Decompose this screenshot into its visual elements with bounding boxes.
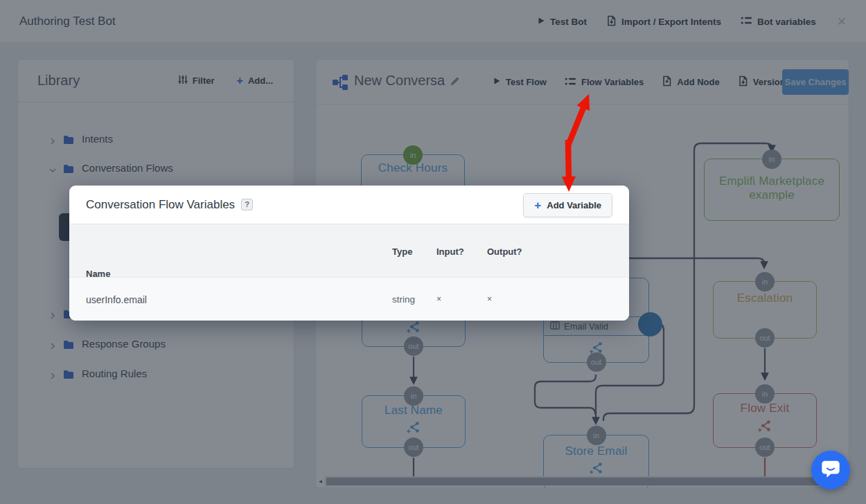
column-header-input: Input?	[436, 246, 464, 257]
variable-output-cell: ×	[487, 294, 492, 304]
modal-title: Conversation Flow Variables	[86, 198, 235, 212]
table-row[interactable]: userInfo.email string × ×	[69, 277, 629, 321]
plus-icon: +	[534, 199, 541, 211]
variable-type-cell: string	[392, 294, 415, 305]
variables-table-header: Name↑ Type Input? Output?	[69, 224, 629, 277]
help-icon[interactable]: ?	[241, 199, 253, 210]
chat-bubble-icon	[820, 458, 841, 482]
app-window: Authoring Test Bot Test Bot Import / Exp…	[0, 0, 866, 504]
flow-variables-modal: Conversation Flow Variables ? + Add Vari…	[69, 186, 629, 321]
variable-name-cell: userInfo.email	[86, 294, 147, 305]
column-header-output: Output?	[487, 246, 522, 257]
modal-header: Conversation Flow Variables ? + Add Vari…	[69, 186, 629, 224]
variable-input-cell: ×	[436, 294, 441, 304]
chat-launcher-button[interactable]	[811, 451, 850, 489]
annotation-arrow	[554, 82, 610, 203]
column-header-type: Type	[392, 246, 412, 257]
